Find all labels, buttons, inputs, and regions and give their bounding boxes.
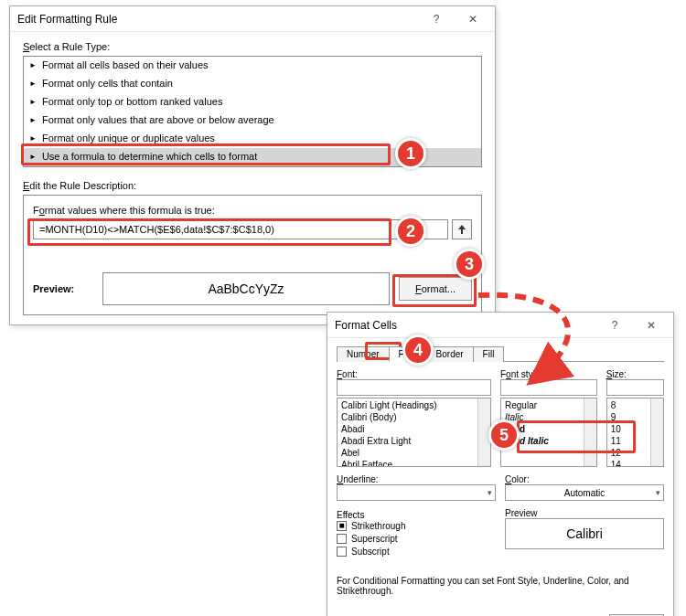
- select-rule-type-label: Select a Rule Type:: [23, 41, 482, 52]
- svg-rect-0: [461, 229, 463, 234]
- formula-input[interactable]: [33, 219, 448, 239]
- format-cells-dialog: Format Cells ? ✕ Number Font Border Fill…: [327, 312, 674, 616]
- rule-description-box: Format values where this formula is true…: [23, 195, 482, 315]
- rule-type-item[interactable]: Format only values that are above or bel…: [24, 112, 481, 130]
- badge-5: 5: [488, 420, 520, 451]
- preview-sample: AaBbCcYyZz: [102, 272, 390, 305]
- preview-label: Preview:: [33, 283, 93, 294]
- rule-type-item[interactable]: Format only top or bottom ranked values: [24, 93, 481, 112]
- edit-rule-desc-label: Edit the Rule Description:: [23, 180, 482, 191]
- font-style-combo[interactable]: [500, 379, 597, 396]
- help-button[interactable]: ?: [596, 315, 633, 335]
- scrollbar[interactable]: [584, 398, 596, 466]
- tab-number[interactable]: Number: [337, 346, 390, 362]
- superscript-checkbox[interactable]: Superscript: [337, 534, 398, 544]
- badge-1: 1: [395, 138, 426, 169]
- color-label: Color:: [505, 474, 664, 484]
- format-cells-titlebar: Format Cells ? ✕: [327, 313, 673, 338]
- list-item[interactable]: Abadi Extra Light: [341, 435, 487, 447]
- collapse-dialog-icon[interactable]: [452, 219, 472, 239]
- font-style-label: Font style:: [500, 369, 597, 379]
- font-preview: Calibri: [505, 518, 664, 549]
- dialog-title: Format Cells: [335, 319, 596, 332]
- color-combo[interactable]: Automatic▾: [505, 484, 664, 501]
- scrollbar[interactable]: [650, 398, 663, 466]
- badge-2: 2: [395, 216, 426, 247]
- font-list[interactable]: Calibri Light (Headings) Calibri (Body) …: [337, 398, 491, 467]
- edit-rule-titlebar: Edit Formatting Rule ? ✕: [10, 6, 495, 32]
- list-item[interactable]: Italic: [505, 411, 593, 423]
- help-button[interactable]: ?: [418, 9, 455, 29]
- size-combo[interactable]: [606, 379, 664, 396]
- size-label: Size:: [606, 369, 664, 379]
- list-item[interactable]: Calibri (Body): [341, 411, 487, 423]
- close-button[interactable]: ✕: [633, 315, 670, 335]
- edit-formatting-rule-dialog: Edit Formatting Rule ? ✕ Select a Rule T…: [9, 5, 496, 325]
- formula-label: Format values where this formula is true…: [33, 205, 472, 216]
- rule-type-item[interactable]: Format all cells based on their values: [24, 57, 481, 75]
- rule-type-item[interactable]: Format only cells that contain: [24, 75, 481, 93]
- subscript-checkbox[interactable]: Subscript: [337, 547, 390, 557]
- preview-header: Preview: [505, 508, 664, 518]
- effects-label: Effects: [337, 510, 496, 520]
- strikethrough-checkbox[interactable]: ■Strikethrough: [337, 521, 405, 531]
- cf-note: For Conditional Formatting you can set F…: [337, 576, 664, 596]
- close-button[interactable]: ✕: [455, 9, 491, 29]
- dialog-title: Edit Formatting Rule: [17, 13, 418, 26]
- list-item[interactable]: Abril Fatface: [341, 459, 487, 467]
- format-button[interactable]: Format...: [399, 277, 472, 301]
- list-item[interactable]: Abadi: [341, 423, 487, 435]
- underline-label: Underline:: [337, 474, 496, 484]
- chevron-down-icon: ▾: [656, 488, 660, 497]
- format-cells-tabs: Number Font Border Fill: [337, 345, 664, 362]
- list-item[interactable]: Regular: [505, 399, 593, 411]
- size-list[interactable]: 8 9 10 11 12 14: [606, 398, 664, 467]
- badge-4: 4: [402, 335, 434, 366]
- badge-3: 3: [454, 249, 485, 280]
- underline-combo[interactable]: ▾: [337, 484, 496, 501]
- list-item[interactable]: Abel: [341, 447, 487, 459]
- font-combo[interactable]: [337, 379, 491, 396]
- list-item[interactable]: Calibri Light (Headings): [341, 399, 487, 411]
- chevron-down-icon: ▾: [488, 488, 492, 497]
- tab-fill[interactable]: Fill: [473, 346, 505, 362]
- font-label: Font:: [337, 369, 491, 379]
